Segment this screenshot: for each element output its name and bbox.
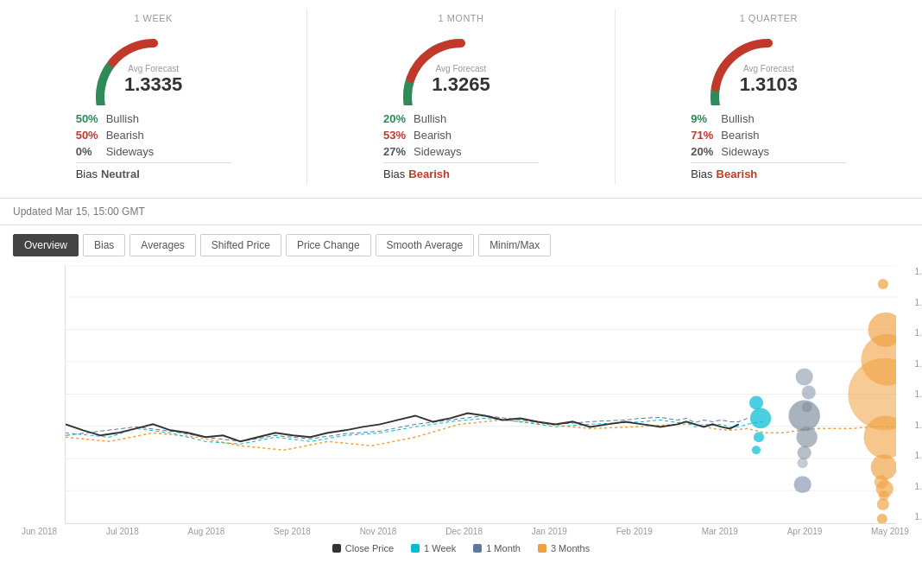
svg-point-16 <box>788 400 819 431</box>
svg-point-12 <box>752 446 761 454</box>
panel-title-quarter: 1 QUARTER <box>740 13 798 23</box>
x-axis-label: Sep 2018 <box>274 527 311 536</box>
svg-point-17 <box>797 427 818 447</box>
panel-month: 1 MONTH Avg Forecast 1.3265 20% Bullish … <box>307 9 615 185</box>
tab-bias[interactable]: Bias <box>83 234 125 256</box>
x-axis-label: Nov 2018 <box>360 527 397 536</box>
y-axis-labels: 1.3800 1.3600 1.3400 1.3200 1.3000 1.280… <box>914 265 922 523</box>
tab-smooth-average[interactable]: Smooth Average <box>376 234 475 256</box>
gauge-quarter: Avg Forecast 1.3103 <box>699 28 837 105</box>
svg-point-11 <box>754 432 764 442</box>
svg-point-13 <box>796 369 813 386</box>
legend-item: 1 Week <box>411 543 456 553</box>
x-axis-labels: Jun 2018Jul 2018Aug 2018Sep 2018Nov 2018… <box>22 524 909 536</box>
x-axis-label: Feb 2019 <box>616 527 653 536</box>
x-axis-label: Jul 2018 <box>106 527 139 536</box>
tab-price-change[interactable]: Price Change <box>286 234 371 256</box>
x-axis-label: Jun 2018 <box>22 527 57 536</box>
panel-title-week: 1 WEEK <box>134 13 173 23</box>
updated-text: Updated Mar 15, 15:00 GMT <box>13 205 145 218</box>
x-axis-label: Apr 2019 <box>787 527 823 536</box>
x-axis-label: Mar 2019 <box>702 527 738 536</box>
tab-averages[interactable]: Averages <box>129 234 195 256</box>
panel-week: 1 WEEK Avg Forecast 1.3335 50% Bullish 5… <box>0 9 307 185</box>
svg-point-19 <box>798 458 808 468</box>
svg-point-31 <box>875 475 888 489</box>
gauge-month: Avg Forecast 1.3265 <box>392 28 530 105</box>
legend-item: 1 Month <box>473 543 521 553</box>
legend: Close Price1 Week1 Month3 Months <box>0 536 922 560</box>
svg-point-29 <box>877 514 887 523</box>
svg-point-18 <box>798 446 811 459</box>
gauge-week: Avg Forecast 1.3335 <box>85 28 223 105</box>
stats-month: 20% Bullish 53% Bearish 27% Sideways Bia… <box>383 112 539 180</box>
x-axis-label: Dec 2018 <box>445 527 483 536</box>
svg-point-10 <box>750 408 771 428</box>
svg-point-30 <box>879 490 889 501</box>
panel-title-month: 1 MONTH <box>438 13 483 23</box>
panel-quarter: 1 QUARTER Avg Forecast 1.3103 9% Bullish… <box>616 9 922 185</box>
svg-point-20 <box>794 476 811 493</box>
legend-color <box>411 544 420 553</box>
tab-minim/max[interactable]: Minim/Max <box>478 234 551 256</box>
legend-color <box>538 544 546 553</box>
x-axis-label: Jan 2019 <box>532 527 567 536</box>
x-axis-label: May 2019 <box>871 527 909 536</box>
legend-item: 3 Months <box>538 543 590 553</box>
stats-quarter: 9% Bullish 71% Bearish 20% Sideways Bias… <box>691 112 846 180</box>
x-axis-label: Aug 2018 <box>187 527 224 536</box>
svg-point-14 <box>802 386 816 400</box>
legend-color <box>332 544 341 553</box>
legend-color <box>473 544 482 553</box>
svg-point-21 <box>878 279 888 289</box>
tab-overview[interactable]: Overview <box>13 234 79 256</box>
svg-point-9 <box>749 395 763 409</box>
tab-shifted-price[interactable]: Shifted Price <box>200 234 281 256</box>
legend-item: Close Price <box>332 543 394 553</box>
updated-bar: Updated Mar 15, 15:00 GMT <box>0 199 922 225</box>
chart-area: 1.3800 1.3600 1.3400 1.3200 1.3000 1.280… <box>65 265 896 524</box>
top-panels: 1 WEEK Avg Forecast 1.3335 50% Bullish 5… <box>0 0 922 199</box>
stats-week: 50% Bullish 50% Bearish 0% Sideways Bias… <box>76 112 231 180</box>
tabs-bar: OverviewBiasAveragesShifted PricePrice C… <box>0 225 922 265</box>
